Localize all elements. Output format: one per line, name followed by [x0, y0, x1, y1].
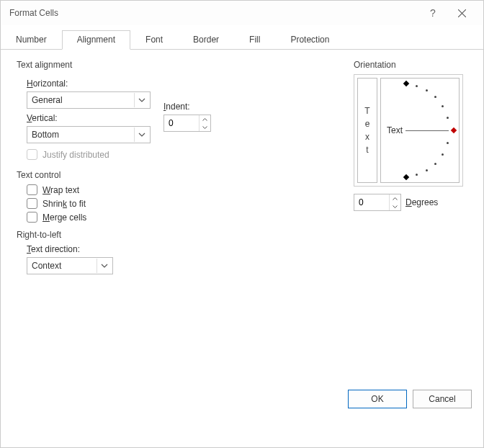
- spinner-indent[interactable]: [163, 115, 211, 132]
- checkbox-shrink-to-fit[interactable]: Shrink to fit: [27, 198, 333, 209]
- orientation-tick: [447, 142, 449, 144]
- select-text-direction-value: Context: [32, 261, 61, 271]
- dialog-title: Format Cells: [8, 8, 418, 18]
- orientation-tick: [442, 153, 444, 156]
- spinner-up-button[interactable]: [390, 194, 400, 202]
- group-text-alignment: Text alignment: [17, 60, 333, 70]
- orientation-dial-label: Text: [387, 125, 403, 135]
- select-vertical[interactable]: Bottom: [27, 126, 151, 143]
- orientation-marker: [403, 81, 409, 86]
- spinner-degrees-input[interactable]: [354, 194, 389, 210]
- orientation-panel: Orientation Text Text: [354, 60, 463, 211]
- label-degrees: Degrees: [405, 197, 438, 207]
- checkbox-merge-cells[interactable]: Merge cells: [27, 212, 333, 223]
- orientation-tick: [416, 85, 418, 87]
- tab-border[interactable]: Border: [178, 30, 234, 50]
- group-rtl: Right-to-left: [17, 230, 333, 240]
- group-orientation: Orientation: [354, 60, 463, 70]
- label-vertical: Vertical:: [27, 113, 151, 123]
- orientation-vertical-text[interactable]: Text: [357, 78, 377, 183]
- spinner-up-button[interactable]: [200, 115, 210, 123]
- checkbox-box: [27, 198, 37, 209]
- ok-button[interactable]: OK: [348, 390, 407, 408]
- checkbox-box: [27, 212, 37, 223]
- spinner-down-button[interactable]: [390, 202, 400, 210]
- close-icon: [458, 9, 466, 17]
- tab-fill[interactable]: Fill: [234, 30, 275, 50]
- orientation-tick: [426, 89, 428, 91]
- dialog-buttons: OK Cancel: [348, 390, 472, 408]
- label-justify: Justify distributed: [42, 150, 109, 160]
- checkbox-justify-distributed: Justify distributed: [27, 149, 151, 160]
- tab-protection[interactable]: Protection: [275, 30, 344, 50]
- label-merge: Merge cells: [42, 212, 86, 223]
- titlebar: Format Cells ?: [1, 1, 483, 25]
- select-horizontal[interactable]: General: [27, 91, 151, 109]
- group-text-control: Text control: [17, 170, 333, 180]
- label-shrink: Shrink to fit: [42, 199, 86, 209]
- spinner-degrees[interactable]: [354, 194, 401, 211]
- label-indent: Indent:: [163, 102, 211, 112]
- orientation-tick: [447, 117, 449, 119]
- tab-alignment[interactable]: Alignment: [62, 30, 130, 50]
- label-text-direction: Text direction:: [27, 244, 333, 254]
- orientation-marker: [403, 174, 409, 180]
- tab-strip: Number Alignment Font Border Fill Protec…: [1, 30, 483, 50]
- close-button[interactable]: [447, 2, 476, 24]
- checkbox-wrap-text[interactable]: Wrap text: [27, 184, 333, 195]
- tab-font[interactable]: Font: [130, 30, 178, 50]
- orientation-tick: [426, 169, 428, 171]
- spinner-indent-input[interactable]: [164, 115, 199, 131]
- chevron-down-icon: [134, 127, 148, 142]
- select-text-direction[interactable]: Context: [27, 257, 113, 274]
- checkbox-box: [27, 184, 37, 195]
- orientation-dial[interactable]: Text: [380, 78, 460, 183]
- orientation-tick: [434, 163, 436, 165]
- orientation-line: [405, 130, 449, 131]
- select-vertical-value: Bottom: [32, 130, 59, 140]
- checkbox-box: [27, 149, 37, 160]
- help-button[interactable]: ?: [418, 2, 447, 24]
- orientation-marker-active: [451, 127, 457, 133]
- select-horizontal-value: General: [32, 95, 63, 105]
- tab-number[interactable]: Number: [1, 30, 62, 50]
- chevron-down-icon: [134, 93, 148, 107]
- orientation-tick: [442, 105, 444, 107]
- cancel-button[interactable]: Cancel: [413, 390, 472, 408]
- chevron-down-icon: [97, 259, 111, 273]
- orientation-tick: [434, 96, 436, 98]
- orientation-box: Text Text: [354, 74, 463, 187]
- label-wrap: Wrap text: [42, 185, 79, 195]
- tab-content: Text alignment Horizontal: General Verti…: [1, 50, 483, 418]
- orientation-tick: [416, 174, 418, 176]
- label-horizontal: Horizontal:: [27, 79, 151, 89]
- spinner-down-button[interactable]: [200, 123, 210, 131]
